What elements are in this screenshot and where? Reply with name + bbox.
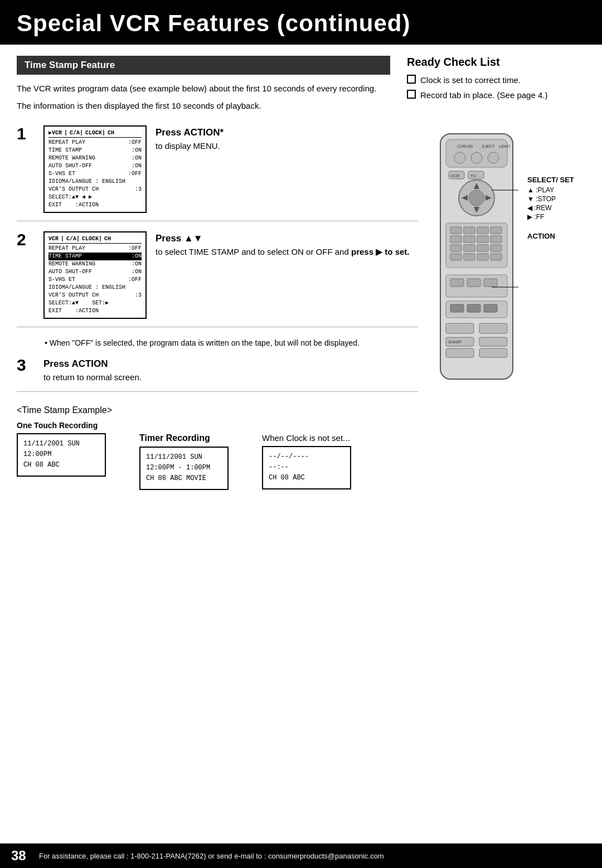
stop-label: ▼ :STOP (527, 195, 574, 203)
step-screen-1: ▶VCR|C/A|CLOCK|CH REPEAT PLAY:OFF TIME S… (43, 125, 147, 213)
bullet-note: • When "OFF" is selected, the program da… (45, 337, 418, 349)
svg-point-5 (454, 152, 465, 163)
svg-rect-33 (477, 254, 488, 260)
when-line-2: --:-- (269, 462, 344, 473)
step-1-description: Press ACTION* to display MENU. (156, 125, 418, 152)
step-number-2: 2 (17, 231, 35, 248)
svg-point-13 (469, 190, 484, 206)
svg-rect-40 (450, 304, 464, 312)
svg-text:TV: TV (470, 173, 477, 178)
page-header: Special VCR Features (continued) (0, 0, 602, 45)
step-2: 2 VCR|C/A|CLOCK|CH REPEAT PLAY:OFF TIME … (17, 231, 418, 327)
svg-rect-23 (450, 236, 462, 243)
step-3-description: Press ACTION to return to normal screen. (43, 357, 418, 384)
step-3: 3 Press ACTION to return to normal scree… (17, 357, 418, 392)
svg-rect-19 (450, 227, 462, 234)
example-title: <Time Stamp Example> (17, 405, 585, 415)
step-2-action-rest: to select TIME STAMP and to select ON or… (156, 247, 410, 256)
timer-box: 11/11/2001 SUN 12:00PM - 1:00PM CH 08 AB… (139, 447, 229, 490)
step-1-action-rest: to display MENU. (156, 141, 220, 151)
check-item-2: Record tab in place. (See page 4.) (407, 89, 585, 101)
svg-rect-42 (484, 304, 497, 312)
ready-check-list: Ready Check List Clock is set to correct… (407, 56, 585, 101)
one-touch-line-3: CH 08 ABC (23, 460, 99, 471)
svg-text:SHARP: SHARP (448, 340, 462, 344)
page-number: 38 (11, 848, 28, 864)
when-line-1: --/--/---- (269, 452, 344, 462)
svg-text:VCR: VCR (450, 173, 460, 178)
svg-rect-21 (477, 227, 488, 234)
intro-text-2: The information is then displayed the fi… (17, 100, 390, 113)
step-2-action-bold: Press ▲▼ (156, 233, 203, 244)
svg-rect-49 (479, 348, 507, 357)
svg-text:EJECT: EJECT (482, 144, 495, 148)
svg-rect-37 (467, 279, 480, 287)
svg-rect-26 (491, 236, 502, 243)
when-label: When Clock is not set... (262, 433, 351, 443)
svg-rect-30 (491, 245, 502, 251)
when-line-3: CH 08 ABC (269, 473, 344, 483)
svg-rect-27 (450, 245, 462, 251)
svg-rect-44 (479, 323, 507, 333)
svg-rect-47 (479, 337, 507, 346)
when-box: --/--/---- --:-- CH 08 ABC (262, 446, 351, 489)
svg-rect-43 (446, 323, 474, 333)
timer-label: Timer Recording (139, 433, 229, 443)
svg-rect-31 (450, 254, 462, 260)
svg-rect-38 (484, 279, 497, 287)
svg-rect-32 (464, 254, 475, 260)
when-not-set-group: When Clock is not set... --/--/---- --:-… (262, 433, 351, 489)
remote-labels: SELECT/ SET ▲ :PLAY ▼ :STOP ◀ :REW ▶ :FF… (527, 176, 574, 240)
one-touch-group: 11/11/2001 SUN 12:00PM CH 08 ABC (17, 433, 106, 477)
svg-rect-20 (464, 227, 475, 234)
svg-point-6 (471, 152, 482, 163)
check-item-1: Clock is set to correct time. (407, 74, 585, 86)
play-label: ▲ :PLAY (527, 186, 574, 194)
section-title: Time Stamp Feature (17, 56, 390, 75)
checkbox-1 (407, 75, 416, 84)
footer-text: For assistance, please call : 1-800-211-… (39, 852, 383, 860)
svg-rect-36 (450, 279, 464, 287)
step-number-3: 3 (17, 357, 35, 374)
step-3-action-bold: Press ACTION (43, 358, 108, 369)
remote-image: CURV3D EJECT LIGHT VCR TV (429, 131, 524, 387)
step-number-1: 1 (17, 125, 35, 142)
check-item-2-text: Record tab in place. (See page 4.) (420, 89, 547, 101)
svg-rect-34 (491, 254, 502, 260)
remote-section: CURV3D EJECT LIGHT VCR TV (429, 125, 585, 392)
svg-point-7 (488, 152, 499, 163)
svg-rect-28 (464, 245, 475, 251)
ready-check-title: Ready Check List (407, 56, 585, 69)
example-section: <Time Stamp Example> One Touch Recording… (17, 405, 585, 490)
svg-rect-48 (446, 348, 474, 357)
step-1-action-bold: Press ACTION* (156, 127, 224, 138)
page-footer: 38 For assistance, please call : 1-800-2… (0, 843, 602, 868)
rew-label: ◀ :REW (527, 204, 574, 212)
action-label: ACTION (527, 232, 574, 240)
one-touch-label: One Touch Recording (17, 421, 585, 430)
one-touch-line-1: 11/11/2001 SUN (23, 439, 99, 449)
step-2-description: Press ▲▼ to select TIME STAMP and to sel… (156, 231, 418, 258)
checkbox-2 (407, 90, 416, 99)
step-screen-2: VCR|C/A|CLOCK|CH REPEAT PLAY:OFF TIME ST… (43, 231, 147, 319)
one-touch-box: 11/11/2001 SUN 12:00PM CH 08 ABC (17, 433, 106, 477)
check-item-1-text: Clock is set to correct time. (420, 74, 521, 86)
timer-line-1: 11/11/2001 SUN (146, 452, 222, 463)
page-title: Special VCR Features (continued) (17, 10, 410, 36)
svg-rect-29 (477, 245, 488, 251)
select-set-label: SELECT/ SET (527, 176, 574, 184)
svg-rect-25 (477, 236, 488, 243)
timer-recording-group: Timer Recording 11/11/2001 SUN 12:00PM -… (139, 433, 229, 490)
one-touch-line-2: 12:00PM (23, 449, 99, 460)
svg-rect-41 (467, 304, 480, 312)
svg-text:CURV3D: CURV3D (457, 144, 473, 148)
intro-text-1: The VCR writes program data (see example… (17, 83, 390, 95)
svg-rect-24 (464, 236, 475, 243)
step-3-action-rest: to return to normal screen. (43, 372, 142, 382)
timer-line-3: CH 08 ABC MOVIE (146, 473, 222, 484)
svg-rect-22 (491, 227, 502, 234)
svg-text:LIGHT: LIGHT (499, 144, 511, 148)
step-1: 1 ▶VCR|C/A|CLOCK|CH REPEAT PLAY:OFF TIME… (17, 125, 418, 221)
ff-label: ▶ :FF (527, 213, 574, 221)
timer-line-2: 12:00PM - 1:00PM (146, 463, 222, 473)
